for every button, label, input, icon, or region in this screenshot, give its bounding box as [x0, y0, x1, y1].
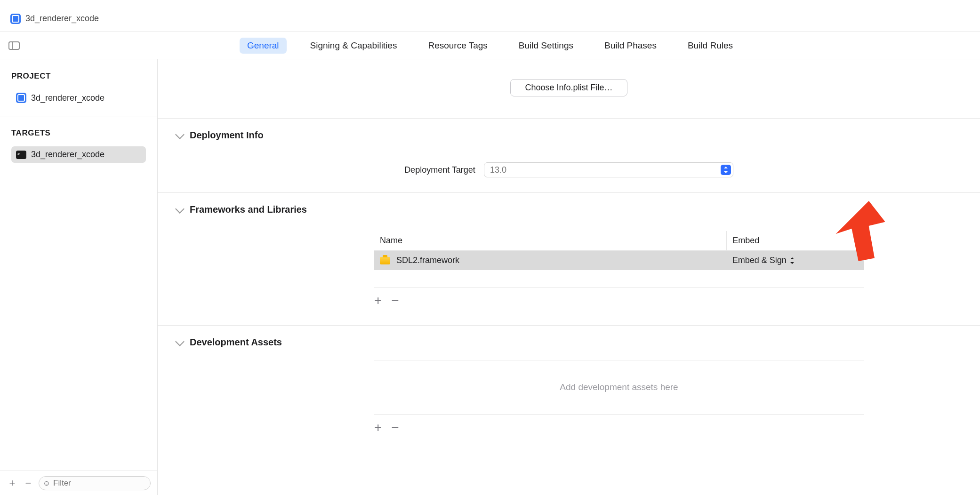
- tabs-bar: General Signing & Capabilities Resource …: [0, 32, 980, 59]
- breadcrumb-bar: 3d_renderer_xcode: [0, 6, 980, 32]
- section-title-frameworks: Frameworks and Libraries: [190, 204, 307, 215]
- framework-name: SDL2.framework: [396, 255, 459, 265]
- sidebar-project-label: 3d_renderer_xcode: [31, 93, 104, 103]
- sidebar-target-item[interactable]: 3d_renderer_xcode: [11, 146, 146, 163]
- breadcrumb-title[interactable]: 3d_renderer_xcode: [25, 14, 99, 24]
- deployment-target-dropdown-button[interactable]: [721, 165, 731, 175]
- updown-arrows-icon: [724, 167, 728, 173]
- embed-value: Embed & Sign: [732, 255, 787, 265]
- toolbox-icon: [380, 257, 390, 264]
- panel-toggle-icon[interactable]: [8, 41, 20, 50]
- tab-build-settings[interactable]: Build Settings: [511, 38, 581, 54]
- remove-framework-button[interactable]: −: [391, 294, 399, 307]
- tab-build-phases[interactable]: Build Phases: [597, 38, 664, 54]
- divider: [0, 117, 157, 117]
- sidebar-targets-header: TARGETS: [11, 128, 146, 138]
- add-framework-button[interactable]: +: [374, 294, 382, 307]
- section-header[interactable]: Deployment Info: [177, 130, 961, 141]
- section-title-deployment: Deployment Info: [190, 130, 264, 141]
- chevron-down-icon: [175, 130, 185, 139]
- tab-signing-capabilities[interactable]: Signing & Capabilities: [303, 38, 405, 54]
- app-icon: [10, 14, 21, 24]
- section-frameworks: Frameworks and Libraries Name Embed: [158, 192, 980, 325]
- sidebar-target-label: 3d_renderer_xcode: [31, 150, 104, 160]
- deployment-target-input[interactable]: [490, 165, 721, 175]
- chevron-down-icon: [175, 204, 185, 214]
- filter-pill[interactable]: ⊜: [39, 476, 151, 490]
- framework-row[interactable]: SDL2.framework Embed & Sign: [374, 251, 864, 271]
- sidebar-project-header: PROJECT: [11, 72, 146, 81]
- tab-general[interactable]: General: [240, 38, 287, 54]
- chevron-down-icon: [175, 337, 185, 346]
- tabs-group: General Signing & Capabilities Resource …: [240, 38, 740, 54]
- choose-info-plist-button[interactable]: Choose Info.plist File…: [510, 79, 627, 96]
- remove-target-button[interactable]: −: [23, 478, 34, 489]
- tab-build-rules[interactable]: Build Rules: [680, 38, 740, 54]
- updown-arrows-icon: [790, 258, 794, 263]
- sidebar-project-item[interactable]: 3d_renderer_xcode: [11, 89, 146, 106]
- filter-input[interactable]: [53, 479, 145, 488]
- section-header[interactable]: Development Assets: [177, 337, 961, 348]
- content-area: Choose Info.plist File… Deployment Info …: [158, 59, 980, 495]
- frameworks-table: Name Embed SDL2.framework: [374, 231, 864, 270]
- remove-dev-asset-button[interactable]: −: [391, 421, 399, 434]
- embed-selector[interactable]: Embed & Sign: [732, 255, 794, 265]
- frameworks-col-embed[interactable]: Embed: [727, 231, 864, 251]
- terminal-icon: [16, 151, 26, 159]
- deployment-target-field[interactable]: [484, 162, 733, 177]
- add-target-button[interactable]: +: [7, 478, 18, 489]
- filter-icon: ⊜: [44, 479, 49, 487]
- app-icon: [16, 93, 26, 103]
- divider: [374, 287, 864, 287]
- frameworks-col-name[interactable]: Name: [374, 231, 727, 251]
- deployment-target-label: Deployment Target: [404, 165, 475, 175]
- section-development-assets: Development Assets Add development asset…: [158, 325, 980, 452]
- tab-resource-tags[interactable]: Resource Tags: [420, 38, 495, 54]
- section-deployment-info: Deployment Info Deployment Target: [158, 118, 980, 192]
- sidebar-footer: + − ⊜: [0, 471, 157, 495]
- add-dev-asset-button[interactable]: +: [374, 421, 382, 434]
- dev-assets-placeholder[interactable]: Add development assets here: [374, 360, 864, 415]
- sidebar: PROJECT 3d_renderer_xcode TARGETS 3d_ren…: [0, 59, 158, 495]
- section-title-dev-assets: Development Assets: [190, 337, 282, 348]
- section-header[interactable]: Frameworks and Libraries: [177, 204, 961, 215]
